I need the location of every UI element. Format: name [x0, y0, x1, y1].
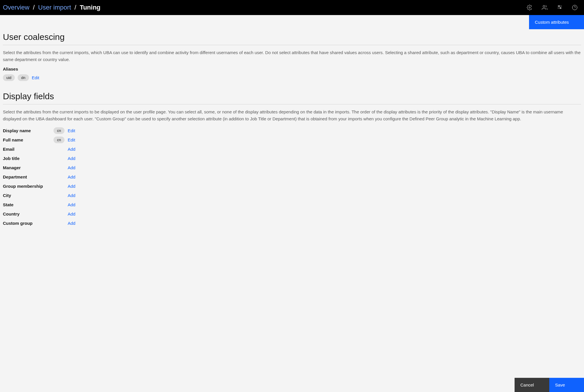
svg-point-0 [529, 7, 530, 8]
section-display-fields: Display fields Select the attributes fro… [3, 91, 581, 228]
add-field-link[interactable]: Add [68, 174, 75, 179]
field-row: Group membershipAdd [3, 181, 581, 191]
section-heading: Display fields [3, 91, 581, 104]
field-row: CityAdd [3, 191, 581, 200]
header-icons [523, 1, 581, 14]
settings-icon[interactable] [523, 1, 536, 14]
breadcrumb-current: Tuning [80, 4, 101, 11]
field-label: City [3, 193, 53, 198]
add-field-link[interactable]: Add [68, 211, 75, 216]
field-label: Department [3, 174, 53, 179]
svg-point-1 [543, 5, 545, 8]
field-label: Custom group [3, 221, 53, 226]
top-actions: Custom attributes [0, 15, 584, 29]
field-label: Full name [3, 137, 53, 142]
field-row: Full namecnEdit [3, 135, 581, 144]
field-row: Custom groupAdd [3, 218, 581, 228]
field-label: Manager [3, 165, 53, 170]
field-chip: cn [54, 137, 65, 143]
breadcrumb-user-import[interactable]: User import [38, 4, 71, 11]
field-label: Display name [3, 128, 53, 133]
header: Overview / User import / Tuning [0, 0, 584, 15]
field-label: Job title [3, 156, 53, 161]
edit-field-link[interactable]: Edit [68, 137, 75, 142]
add-field-link[interactable]: Add [68, 202, 75, 207]
add-field-link[interactable]: Add [68, 147, 75, 152]
field-row: ManagerAdd [3, 163, 581, 172]
breadcrumb: Overview / User import / Tuning [3, 4, 100, 11]
help-icon[interactable] [568, 1, 581, 14]
breadcrumb-separator: / [33, 4, 35, 11]
breadcrumb-overview[interactable]: Overview [3, 4, 30, 11]
field-row: StateAdd [3, 200, 581, 209]
section-description: Select the attributes from the current i… [3, 49, 581, 63]
alias-chip: dn [18, 74, 29, 81]
field-row: Job titleAdd [3, 154, 581, 163]
field-row: Display namecnEdit [3, 126, 581, 135]
fields-table: Display namecnEditFull namecnEditEmailAd… [3, 126, 581, 228]
field-chip-column: cn [53, 127, 65, 134]
field-label: Group membership [3, 184, 53, 189]
alias-chip: uid [3, 74, 15, 81]
field-chip-column: cn [53, 137, 65, 143]
aliases-row: uid dn Edit [3, 74, 581, 81]
add-field-link[interactable]: Add [68, 156, 75, 161]
field-row: CountryAdd [3, 209, 581, 218]
section-user-coalescing: User coalescing Select the attributes fr… [3, 32, 581, 81]
field-row: DepartmentAdd [3, 172, 581, 181]
svg-point-3 [559, 5, 559, 6]
field-label: State [3, 202, 53, 207]
field-chip: cn [54, 127, 65, 134]
breadcrumb-separator: / [75, 4, 76, 11]
add-field-link[interactable]: Add [68, 193, 75, 198]
field-label: Country [3, 211, 53, 216]
add-field-link[interactable]: Add [68, 165, 75, 170]
custom-attributes-button[interactable]: Custom attributes [529, 15, 584, 29]
edit-field-link[interactable]: Edit [68, 128, 75, 133]
svg-point-6 [572, 5, 577, 10]
section-heading: User coalescing [3, 32, 581, 45]
add-field-link[interactable]: Add [68, 184, 75, 189]
add-field-link[interactable]: Add [68, 221, 75, 226]
users-icon[interactable] [538, 1, 551, 14]
field-label: Email [3, 147, 53, 152]
section-description: Select the attributes from the current i… [3, 108, 581, 122]
aliases-label: Aliases [3, 67, 581, 71]
svg-point-5 [560, 8, 561, 8]
edit-aliases-link[interactable]: Edit [32, 75, 39, 80]
content: User coalescing Select the attributes fr… [0, 29, 584, 261]
sliders-icon[interactable] [553, 1, 566, 14]
field-row: EmailAdd [3, 144, 581, 154]
